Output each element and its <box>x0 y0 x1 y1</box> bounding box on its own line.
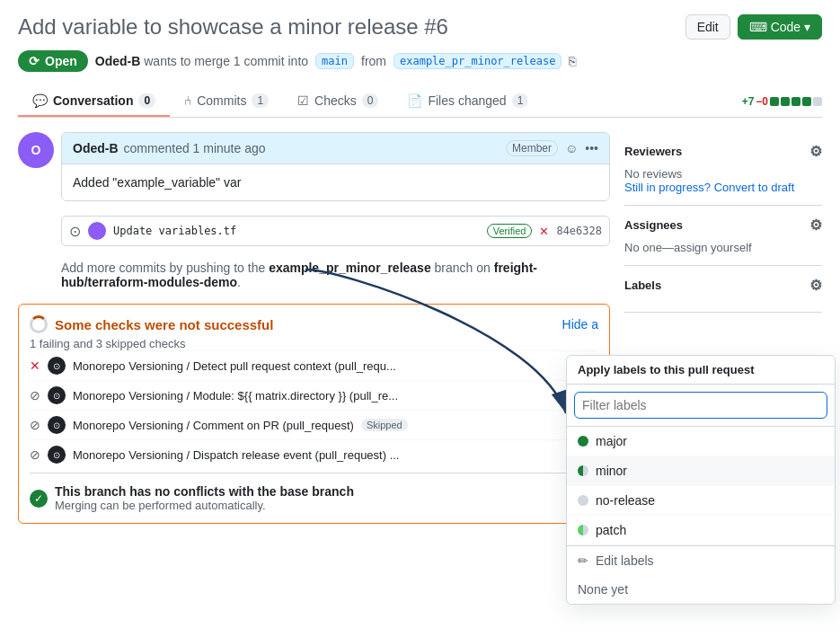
commit-hash[interactable]: 84e6328 <box>556 225 602 237</box>
diff-stats: +7 −0 <box>742 95 822 108</box>
code-button[interactable]: ⌨ Code ▾ <box>738 14 822 40</box>
pr-meta-text: Oded-B wants to merge 1 commit into <box>95 54 308 68</box>
comment-header: Oded-B commented 1 minute ago Member ☺ •… <box>62 133 609 164</box>
tab-commits-count: 1 <box>252 93 269 108</box>
pr-title: Add variable to showcase a minor release… <box>18 14 448 40</box>
check-item-4: ⊘ ⊙ Monorepo Versioning / Dispatch relea… <box>30 439 598 469</box>
head-branch-tag[interactable]: example_pr_minor_release <box>393 53 561 69</box>
tab-conversation[interactable]: 💬 Conversation 0 <box>18 86 170 117</box>
verified-badge: Verified <box>487 224 533 238</box>
merge-icon: ⊙ <box>69 223 81 240</box>
commit-section: ⊙ Update variables.tf Verified ✕ 84e6328 <box>18 216 610 246</box>
merge-status-subtitle: Merging can be performed automatically. <box>55 499 354 512</box>
label-dot-major <box>578 436 588 447</box>
label-item-minor[interactable]: minor <box>567 456 835 486</box>
commit-x-icon[interactable]: ✕ <box>539 225 549 238</box>
avatar: O <box>18 132 54 168</box>
member-badge: Member <box>506 140 558 156</box>
edit-labels-link[interactable]: ✏ Edit labels <box>567 545 835 575</box>
diff-deletions: −0 <box>756 95 768 108</box>
tab-files-changed[interactable]: 📄 Files changed 1 <box>393 86 543 117</box>
diff-box-1 <box>770 97 779 106</box>
comment-header-right: Member ☺ ••• <box>506 140 598 156</box>
check-skip-icon-2: ⊘ <box>30 418 40 432</box>
dropdown-search <box>567 385 835 427</box>
merge-status-title: This branch has no conflicts with the ba… <box>55 484 354 499</box>
pr-meta: ⟳ Open Oded-B wants to merge 1 commit in… <box>18 50 822 72</box>
check-gh-icon-3: ⊙ <box>48 416 66 434</box>
label-dot-no-release <box>578 495 588 506</box>
label-item-major[interactable]: major <box>567 427 835 456</box>
check-gh-icon-1: ⊙ <box>48 357 66 375</box>
checks-icon: ☑ <box>297 93 309 108</box>
from-text: from <box>361 54 386 68</box>
comment-wrapper: O Oded-B commented 1 minute ago Member ☺… <box>18 132 610 201</box>
tab-files-count: 1 <box>512 93 529 108</box>
comment-header-left: Oded-B commented 1 minute ago <box>73 141 266 155</box>
check-skip-icon-1: ⊘ <box>30 388 40 403</box>
sidebar-labels-header: Labels ⚙ <box>624 277 822 294</box>
hide-link[interactable]: Hide a <box>562 317 598 332</box>
pencil-icon: ✏ <box>578 553 588 568</box>
label-item-patch[interactable]: patch <box>567 516 835 545</box>
comment-body: Added "example_variable" var <box>62 164 609 200</box>
tab-checks[interactable]: ☑ Checks 0 <box>283 86 393 117</box>
edit-button[interactable]: Edit <box>685 14 730 40</box>
tab-conversation-label: Conversation <box>53 93 133 108</box>
check-gh-icon-4: ⊙ <box>48 446 66 464</box>
pr-open-icon: ⟳ <box>29 54 40 68</box>
convert-to-draft-link[interactable]: Still in progress? Convert to draft <box>624 181 822 194</box>
filter-labels-input[interactable] <box>574 392 827 419</box>
label-dot-minor <box>578 465 588 476</box>
dropdown-header: Apply labels to this pull request <box>567 356 835 385</box>
sidebar-labels-section: Labels ⚙ <box>624 266 822 313</box>
reviewers-gear-icon[interactable]: ⚙ <box>809 143 822 160</box>
page: Add variable to showcase a minor release… <box>0 0 840 637</box>
check-item-1: ✕ ⊙ Monorepo Versioning / Detect pull re… <box>30 350 598 380</box>
main-content: O Oded-B commented 1 minute ago Member ☺… <box>18 132 610 538</box>
tab-conversation-count: 0 <box>138 93 155 108</box>
diff-box-3 <box>791 97 800 106</box>
diff-box-2 <box>781 97 790 106</box>
none-yet-text: None yet <box>567 575 835 604</box>
tab-commits-label: Commits <box>197 93 246 108</box>
label-item-no-release[interactable]: no-release <box>567 486 835 516</box>
labels-dropdown: Apply labels to this pull request major … <box>566 355 836 605</box>
spinner-icon <box>30 315 48 333</box>
sidebar-assignees-section: Assignees ⚙ No one—assign yourself <box>624 206 822 266</box>
base-branch-tag[interactable]: main <box>315 53 354 69</box>
sidebar-reviewers-header: Reviewers ⚙ <box>624 143 822 160</box>
commit-message: Update variables.tf <box>113 225 236 237</box>
more-options-icon[interactable]: ••• <box>585 141 598 155</box>
commit-row: ⊙ Update variables.tf Verified ✕ 84e6328 <box>61 216 610 246</box>
success-row: ✓ This branch has no conflicts with the … <box>30 473 598 512</box>
check-gh-icon-2: ⊙ <box>48 386 66 404</box>
tabs: 💬 Conversation 0 ⑃ Commits 1 ☑ Checks 0 … <box>18 86 822 118</box>
tab-checks-count: 0 <box>362 93 379 108</box>
labels-gear-icon[interactable]: ⚙ <box>809 277 822 294</box>
diff-box-4 <box>802 97 811 106</box>
copy-icon[interactable]: ⎘ <box>569 54 576 68</box>
sidebar-assignees-header: Assignees ⚙ <box>624 217 822 234</box>
assignees-gear-icon[interactable]: ⚙ <box>809 217 822 234</box>
tab-files-label: Files changed <box>428 93 506 108</box>
diff-box-5 <box>813 97 822 106</box>
checks-header: Some checks were not successful Hide a <box>30 315 598 333</box>
check-item-3: ⊘ ⊙ Monorepo Versioning / Comment on PR … <box>30 410 598 439</box>
push-note: Add more commits by pushing to the examp… <box>18 261 610 289</box>
comment-box: Oded-B commented 1 minute ago Member ☺ •… <box>61 132 610 201</box>
check-skip-icon-3: ⊘ <box>30 447 40 462</box>
success-icon: ✓ <box>30 490 48 508</box>
conversation-icon: 💬 <box>32 93 48 108</box>
emoji-reaction-icon[interactable]: ☺ <box>565 141 578 155</box>
checks-title: Some checks were not successful <box>30 315 273 333</box>
checks-section: Some checks were not successful Hide a 1… <box>18 304 610 524</box>
diff-additions: +7 <box>742 95 755 108</box>
check-item-2: ⊘ ⊙ Monorepo Versioning / Module: ${{ ma… <box>30 380 598 410</box>
commits-icon: ⑃ <box>184 93 191 108</box>
pr-header: Add variable to showcase a minor release… <box>18 14 822 40</box>
files-icon: 📄 <box>407 93 422 108</box>
tab-commits[interactable]: ⑃ Commits 1 <box>170 86 283 117</box>
sidebar-reviewers-section: Reviewers ⚙ No reviews Still in progress… <box>624 132 822 206</box>
assignees-value: No one—assign yourself <box>624 241 822 254</box>
